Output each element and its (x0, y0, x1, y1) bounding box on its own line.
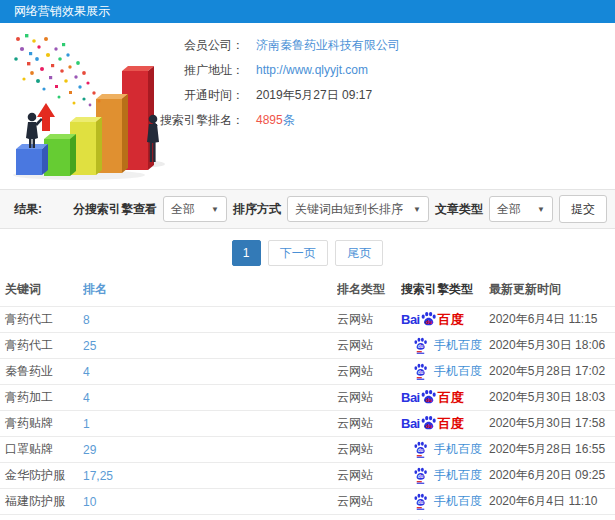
company-label: 会员公司： (150, 37, 244, 54)
engine-filter-select[interactable]: 全部▼ (163, 196, 227, 222)
baidu-paw-icon: du (413, 467, 428, 484)
mobile-baidu-logo: du手机百度 (413, 363, 482, 380)
rank-count-label: 搜索引擎排名： (150, 112, 244, 129)
rank-type-cell: 云网站 (337, 389, 401, 406)
open-time-label: 开通时间： (150, 87, 244, 104)
table-row: 福建防护服10云网站du手机百度2020年6月4日 11:10 (0, 489, 615, 515)
bar-blue (16, 144, 48, 175)
engine-filter-label: 分搜索引擎查看 (73, 201, 157, 218)
open-time-value: 2019年5月27日 09:17 (256, 87, 372, 104)
rank-cell[interactable]: 29 (83, 443, 337, 457)
search-engine-cell: Baidu百度 (401, 415, 489, 433)
sort-select[interactable]: 关键词由短到长排序▼ (287, 196, 429, 222)
search-engine-cell: Baidu百度 (401, 311, 489, 329)
header-rank-type: 排名类型 (337, 281, 401, 298)
table-row: 膏药代工25云网站du手机百度2020年5月30日 18:06 (0, 333, 615, 359)
keyword-cell: 膏药加工 (0, 389, 83, 406)
svg-text:du: du (418, 344, 424, 349)
rank-cell[interactable]: 1 (83, 417, 337, 431)
article-type-select[interactable]: 全部▼ (489, 196, 553, 222)
keyword-cell: 膏药贴牌 (0, 415, 83, 432)
rank-type-cell: 云网站 (337, 467, 401, 484)
update-time-cell: 2020年6月4日 11:10 (489, 493, 615, 510)
rank-type-cell: 云网站 (337, 363, 401, 380)
update-time-cell: 2020年6月20日 09:25 (489, 467, 615, 484)
search-engine-cell: du手机百度 (401, 363, 489, 380)
table-row: 秦鲁药业4云网站du手机百度2020年5月28日 17:02 (0, 359, 615, 385)
info-row-url: 推广地址： http://www.qlyyjt.com (150, 58, 615, 82)
rank-type-cell: 云网站 (337, 311, 401, 328)
confetti (14, 34, 100, 106)
rank-cell[interactable]: 4 (83, 391, 337, 405)
sort-label: 排序方式 (233, 201, 281, 218)
result-section-label: 结果: (8, 201, 42, 218)
search-engine-cell: Baidu百度 (401, 389, 489, 407)
svg-text:du: du (418, 474, 424, 479)
baidu-paw-icon: du (413, 337, 428, 354)
page-title: 网络营销效果展示 (14, 4, 110, 18)
table-body: 膏药代工8云网站Baidu百度2020年6月4日 11:15膏药代工25云网站d… (0, 307, 615, 520)
keyword-cell: 膏药代工 (0, 337, 83, 354)
baidu-paw-icon: du (420, 415, 437, 430)
rank-type-cell: 云网站 (337, 415, 401, 432)
baidu-paw-icon: du (413, 441, 428, 458)
info-row-company: 会员公司： 济南秦鲁药业科技有限公司 (150, 33, 615, 57)
header-keyword: 关键词 (0, 281, 83, 298)
search-engine-cell: du手机百度 (401, 493, 489, 510)
mobile-baidu-logo: du手机百度 (413, 467, 482, 484)
rank-cell[interactable]: 25 (83, 339, 337, 353)
rank-cell[interactable]: 10 (83, 495, 337, 509)
baidu-paw-icon: du (420, 311, 437, 326)
mobile-baidu-logo: du手机百度 (413, 337, 482, 354)
keyword-rank-table: 关键词 排名 排名类型 搜索引擎类型 最新更新时间 膏药代工8云网站Baidu百… (0, 275, 615, 520)
search-engine-cell: du手机百度 (401, 337, 489, 354)
next-page-button[interactable]: 下一页 (268, 240, 328, 266)
rank-type-cell: 云网站 (337, 337, 401, 354)
chevron-down-icon: ▼ (211, 205, 219, 214)
promo-url-label: 推广地址： (150, 62, 244, 79)
header-engine-type: 搜索引擎类型 (401, 281, 489, 298)
svg-text:du: du (425, 397, 431, 403)
baidu-logo: Baidu百度 (401, 311, 464, 329)
page-1-button[interactable]: 1 (232, 240, 261, 266)
pagination: 1 下一页 尾页 (0, 240, 615, 266)
keyword-cell: 口罩贴牌 (0, 441, 83, 458)
update-time-cell: 2020年5月28日 17:02 (489, 363, 615, 380)
table-row: 膏药贴牌1云网站Baidu百度2020年5月30日 17:58 (0, 411, 615, 437)
up-arrow (37, 103, 55, 131)
businessman-left (26, 113, 43, 148)
update-time-cell: 2020年5月28日 16:55 (489, 441, 615, 458)
header-rank: 排名 (83, 281, 337, 298)
table-row: 金华防护服17,25云网站du手机百度2020年6月20日 09:25 (0, 463, 615, 489)
rank-count-value: 4895条 (256, 112, 295, 129)
rank-type-cell: 云网站 (337, 493, 401, 510)
svg-text:du: du (425, 319, 431, 325)
search-engine-cell: du手机百度 (401, 467, 489, 484)
rank-cell[interactable]: 17,25 (83, 469, 337, 483)
filter-bar: 结果: 分搜索引擎查看 全部▼ 排序方式 关键词由短到长排序▼ 文章类型 全部▼… (0, 189, 615, 229)
company-link[interactable]: 济南秦鲁药业科技有限公司 (256, 37, 400, 54)
table-row: 膏药加工4云网站Baidu百度2020年5月30日 18:03 (0, 385, 615, 411)
baidu-logo: Baidu百度 (401, 389, 464, 407)
search-engine-cell: du手机百度 (401, 441, 489, 458)
keyword-cell: 秦鲁药业 (0, 363, 83, 380)
info-row-rank-count: 搜索引擎排名： 4895条 (150, 108, 615, 132)
last-page-button[interactable]: 尾页 (335, 240, 383, 266)
update-time-cell: 2020年5月30日 17:58 (489, 415, 615, 432)
table-row: 口罩贴牌29云网站du手机百度2020年5月28日 16:55 (0, 437, 615, 463)
article-type-label: 文章类型 (435, 201, 483, 218)
submit-button[interactable]: 提交 (559, 195, 607, 223)
table-row: du手机百度 (0, 515, 615, 520)
mobile-baidu-logo: du手机百度 (413, 493, 482, 510)
svg-text:du: du (425, 423, 431, 429)
table-row: 膏药代工8云网站Baidu百度2020年6月4日 11:15 (0, 307, 615, 333)
update-time-cell: 2020年5月30日 18:06 (489, 337, 615, 354)
update-time-cell: 2020年6月4日 11:15 (489, 311, 615, 328)
chevron-down-icon: ▼ (413, 205, 421, 214)
rank-cell[interactable]: 8 (83, 313, 337, 327)
svg-text:du: du (418, 370, 424, 375)
rank-type-cell: 云网站 (337, 441, 401, 458)
rank-cell[interactable]: 4 (83, 365, 337, 379)
info-row-open-time: 开通时间： 2019年5月27日 09:17 (150, 83, 615, 107)
promo-url-link[interactable]: http://www.qlyyjt.com (256, 63, 368, 77)
